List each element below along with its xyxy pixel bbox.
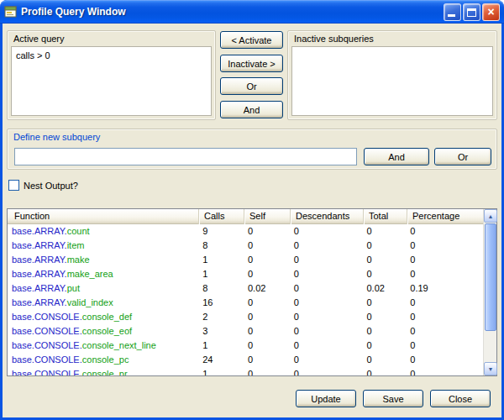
table-row[interactable]: base.CONSOLE.console_pc240000 (8, 353, 483, 367)
title-bar[interactable]: Profile Query Window × (0, 0, 504, 24)
table-row[interactable]: base.ARRAY.item80000 (8, 239, 483, 253)
table-row[interactable]: base.CONSOLE.console_eof30000 (8, 324, 483, 339)
table-row[interactable]: base.ARRAY.make10000 (8, 253, 483, 267)
inactive-subqueries-label: Inactive subqueries (294, 34, 374, 44)
or-transfer-button[interactable]: Or (220, 77, 283, 95)
function-prefix: base.ARRAY. (12, 226, 67, 236)
cell-calls: 1 (198, 267, 244, 281)
cell-descendants: 0 (290, 296, 363, 310)
window-title: Profile Query Window (21, 6, 442, 18)
cell-calls: 9 (198, 224, 244, 239)
cell-descendants: 0 (290, 353, 363, 367)
function-prefix: base.ARRAY. (12, 269, 67, 279)
save-button[interactable]: Save (363, 390, 423, 407)
cell-calls: 8 (198, 281, 244, 296)
table-body: base.ARRAY.count90000base.ARRAY.item8000… (8, 224, 483, 375)
cell-descendants: 0 (290, 367, 363, 375)
cell-percentage: 0 (406, 267, 483, 281)
column-header-function[interactable]: Function (8, 209, 199, 224)
column-header-descendants[interactable]: Descendants (291, 209, 364, 224)
nest-output-checkbox[interactable] (8, 180, 19, 191)
cell-percentage: 0 (406, 339, 483, 353)
cell-total: 0 (362, 353, 406, 367)
column-header-total[interactable]: Total (364, 209, 407, 224)
update-button[interactable]: Update (296, 390, 356, 407)
active-query-panel: Active query calls > 0 (7, 30, 216, 120)
cell-total: 0 (362, 310, 406, 324)
active-query-list[interactable]: calls > 0 (11, 46, 212, 116)
function-feature: put (67, 283, 80, 293)
app-icon (4, 5, 18, 18)
close-icon: × (487, 6, 494, 18)
cell-self: 0 (244, 310, 290, 324)
cell-self: 0 (244, 367, 290, 375)
active-query-label: Active query (13, 34, 65, 44)
function-feature: console_def (82, 312, 132, 322)
scroll-down-icon: ▼ (488, 366, 494, 372)
cell-percentage: 0 (406, 253, 483, 267)
cell-percentage: 0 (406, 367, 483, 375)
subquery-and-button[interactable]: And (364, 148, 429, 165)
column-header-calls[interactable]: Calls (199, 209, 244, 224)
scrollbar-thumb[interactable] (485, 223, 496, 331)
function-feature: valid_index (67, 297, 113, 307)
table-row[interactable]: base.CONSOLE.console_next_line10000 (8, 339, 483, 353)
cell-total: 0 (362, 367, 406, 375)
nest-output-label: Nest Output? (24, 181, 78, 191)
cell-total: 0 (362, 267, 406, 281)
maximize-button[interactable] (463, 3, 480, 21)
inactivate-button[interactable]: Inactivate > (220, 55, 283, 72)
vertical-scrollbar[interactable]: ▲ ▼ (483, 209, 496, 375)
function-prefix: base.CONSOLE. (12, 354, 82, 365)
scroll-up-icon: ▲ (488, 213, 494, 219)
cell-calls: 8 (198, 239, 244, 253)
table-row[interactable]: base.CONSOLE.console_pr10000 (8, 367, 483, 375)
column-header-self[interactable]: Self (244, 209, 291, 224)
scroll-up-button[interactable]: ▲ (484, 209, 497, 223)
cell-calls: 16 (198, 296, 244, 310)
close-dialog-button[interactable]: Close (430, 390, 491, 407)
minimize-button[interactable] (444, 3, 461, 21)
cell-calls: 2 (198, 310, 244, 324)
table-row[interactable]: base.CONSOLE.console_def20000 (8, 310, 483, 324)
cell-descendants: 0 (290, 239, 363, 253)
table-row[interactable]: base.ARRAY.put80.0200.020.19 (8, 281, 483, 296)
table-row[interactable]: base.ARRAY.make_area10000 (8, 267, 483, 281)
function-feature: make_area (67, 269, 113, 279)
cell-percentage: 0 (406, 353, 483, 367)
cell-calls: 1 (198, 367, 244, 375)
define-subquery-group: Define new subquery And Or (7, 129, 497, 170)
activate-button[interactable]: < Activate (220, 31, 283, 49)
cell-self: 0 (244, 353, 290, 367)
close-button[interactable]: × (482, 3, 500, 21)
maximize-icon (467, 8, 476, 17)
cell-calls: 1 (198, 253, 244, 267)
scroll-down-button[interactable]: ▼ (484, 362, 497, 375)
nest-output-row: Nest Output? (8, 180, 78, 191)
dialog-content: Active query calls > 0 < Activate Inacti… (3, 24, 501, 417)
and-transfer-button[interactable]: And (220, 101, 283, 118)
cell-descendants: 0 (290, 339, 363, 353)
cell-calls: 1 (198, 339, 244, 353)
subquery-or-button[interactable]: Or (434, 148, 491, 165)
table-header: Function Calls Self Descendants Total Pe… (8, 209, 483, 224)
function-prefix: base.CONSOLE. (12, 326, 82, 336)
column-header-percentage[interactable]: Percentage (407, 209, 483, 224)
cell-percentage: 0.19 (406, 281, 483, 296)
function-prefix: base.ARRAY. (12, 240, 67, 250)
cell-percentage: 0 (406, 324, 483, 339)
inactive-subqueries-list[interactable] (291, 46, 493, 116)
subquery-input[interactable] (14, 148, 357, 165)
function-feature: console_next_line (82, 340, 156, 350)
cell-percentage: 0 (406, 224, 483, 239)
table-row[interactable]: base.ARRAY.count90000 (8, 224, 483, 239)
define-subquery-label: Define new subquery (13, 132, 100, 142)
table-row[interactable]: base.ARRAY.valid_index160000 (8, 296, 483, 310)
cell-total: 0 (362, 296, 406, 310)
active-query-item[interactable]: calls > 0 (16, 50, 207, 61)
cell-total: 0 (362, 224, 406, 239)
cell-descendants: 0 (290, 224, 363, 239)
cell-total: 0 (362, 239, 406, 253)
cell-total: 0 (362, 253, 406, 267)
cell-total: 0 (362, 324, 406, 339)
